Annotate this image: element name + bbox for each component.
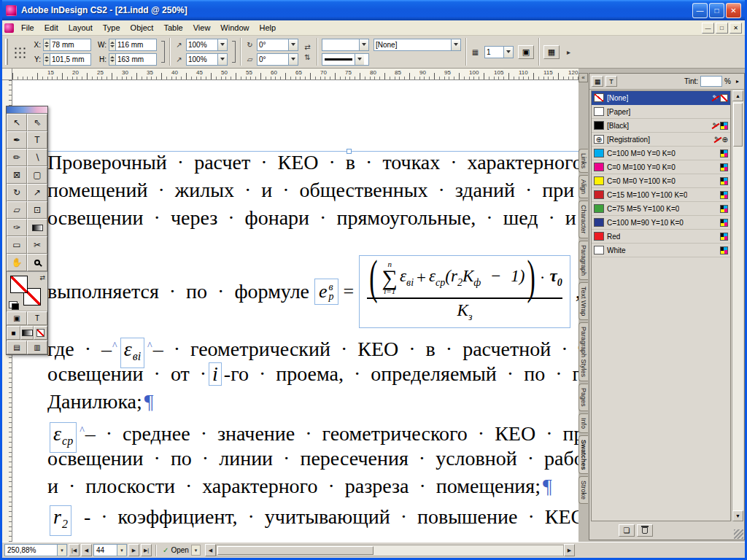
ruler-origin-box[interactable] <box>2 69 12 80</box>
swatch-row[interactable]: [None]✎ <box>592 91 730 105</box>
preflight-status[interactable]: ✓ Open ▼ <box>160 545 204 556</box>
swatch-row[interactable]: [Paper] <box>592 105 730 119</box>
page-number-combo[interactable]: 44 ▼ <box>93 544 127 556</box>
menu-item-object[interactable]: Object <box>125 21 159 34</box>
preview-view-button[interactable]: ▥ <box>27 341 47 354</box>
palette-flyout-icon[interactable]: ▸ <box>564 48 573 56</box>
zoom-tool[interactable] <box>27 254 47 271</box>
width-field[interactable]: 116 mm <box>109 39 157 51</box>
apply-gradient-button[interactable] <box>20 326 34 340</box>
apply-style-button[interactable]: ▣ <box>518 45 534 59</box>
x-field[interactable]: 78 mm <box>43 39 91 51</box>
preflight-dropdown-icon[interactable]: ▼ <box>191 545 201 556</box>
swatch-row[interactable]: C=100 M=0 Y=0 K=0 <box>592 147 730 160</box>
y-spinner[interactable] <box>44 54 50 65</box>
scroll-down-button[interactable]: ▼ <box>732 510 743 521</box>
menu-item-table[interactable]: Table <box>158 21 187 34</box>
shear-dropdown-icon[interactable] <box>288 54 298 65</box>
panel-tab-links[interactable]: Links <box>578 149 588 173</box>
swatch-row[interactable]: [Black]✎ <box>592 119 730 133</box>
palette-grip[interactable] <box>5 39 8 65</box>
object-style-combo[interactable]: [None] <box>374 39 461 51</box>
apply-none-button[interactable] <box>34 326 47 340</box>
mdi-minimize-button[interactable]: — <box>702 23 714 34</box>
gradient-tool[interactable] <box>27 219 47 236</box>
horizontal-ruler[interactable]: 1520253035404550556065707580859095100105… <box>12 69 578 80</box>
stroke-style-dropdown-icon[interactable] <box>355 54 364 65</box>
reference-point-proxy[interactable] <box>12 45 26 58</box>
scale-y-combo[interactable]: 100% <box>186 53 228 66</box>
scroll-up-button[interactable]: ▲ <box>732 90 743 101</box>
x-spinner[interactable] <box>44 39 50 50</box>
panel-resize-grip[interactable] <box>734 529 743 539</box>
swatches-scrollbar[interactable]: ▲ ▼ <box>732 90 743 521</box>
previous-page-button[interactable]: ◀ <box>81 544 92 556</box>
normal-view-button[interactable]: ▤ <box>7 341 27 354</box>
anchored-frame-formula[interactable]: ( n ∑ i=1 εвi + εср (r2Kф − 1) ) · τ0 <box>359 255 570 328</box>
panel-tab-stroke[interactable]: Stroke <box>578 476 588 504</box>
direct-selection-tool[interactable]: ⇖ <box>27 114 47 131</box>
page-content[interactable]: выполняется · по · формуле e в р = ( n ∑ <box>12 80 578 542</box>
panel-tab-info[interactable]: Info <box>578 413 588 433</box>
scroll-right-button[interactable]: ▶ <box>564 544 575 556</box>
page-dropdown-icon[interactable]: ▼ <box>117 545 126 556</box>
scale-x-combo[interactable]: 100% <box>186 39 228 51</box>
menu-item-window[interactable]: Window <box>215 21 254 34</box>
swatch-row[interactable]: C=75 M=5 Y=100 K=0 <box>592 202 730 216</box>
fill-color-indicator[interactable] <box>10 276 28 293</box>
constrain-dimensions-icon[interactable] <box>161 41 165 63</box>
scale-tool[interactable]: ↗ <box>27 184 47 201</box>
swatch-row[interactable]: White <box>592 244 730 257</box>
zoom-level-combo[interactable]: 250,88% ▼ <box>4 544 67 556</box>
rectangle-tool[interactable]: ▢ <box>27 166 47 184</box>
pencil-tool[interactable]: ✏ <box>7 149 27 166</box>
panel-tab-character[interactable]: Character <box>578 201 588 238</box>
scroll-thumb[interactable] <box>733 103 743 147</box>
stroke-weight-combo[interactable] <box>322 39 369 51</box>
rectangle-frame-tool[interactable]: ⊠ <box>7 166 27 184</box>
h-spinner[interactable] <box>109 54 116 65</box>
menu-item-help[interactable]: Help <box>254 21 281 34</box>
formatting-affects-text-button[interactable]: T <box>27 311 47 325</box>
first-spread-button[interactable]: |◀ <box>69 544 80 556</box>
panel-tab-swatches[interactable]: Swatches <box>578 435 588 475</box>
rotation-dropdown-icon[interactable] <box>288 39 298 50</box>
panel-flyout-icon[interactable]: ▸ <box>733 78 742 85</box>
panel-tab-text-wrap[interactable]: Text Wrap <box>578 282 588 320</box>
anchored-symbol-frame[interactable]: r2 <box>50 505 71 536</box>
button-tool[interactable]: ▭ <box>7 236 27 254</box>
go-to-bridge-button[interactable]: ▦ <box>543 45 560 59</box>
swatch-row[interactable]: Red <box>592 230 730 244</box>
dock-collapse-button[interactable]: « <box>578 73 588 82</box>
next-page-button[interactable]: ▶ <box>128 544 139 556</box>
anchored-frame-lhs[interactable]: e в р <box>314 279 338 305</box>
scissors-tool[interactable]: ✂ <box>27 236 47 254</box>
pages-dropdown-icon[interactable] <box>503 47 513 58</box>
line-tool[interactable]: ∖ <box>27 149 47 166</box>
scale-x-dropdown-icon[interactable] <box>217 39 227 50</box>
menu-item-type[interactable]: Type <box>98 21 125 34</box>
panel-tab-align[interactable]: Align <box>578 175 588 198</box>
swatch-row[interactable]: ⊕[Registration]✎⊕ <box>592 133 730 147</box>
type-tool[interactable]: T <box>27 131 47 149</box>
menu-item-edit[interactable]: Edit <box>39 21 63 34</box>
rotate-tool[interactable]: ↻ <box>7 184 27 201</box>
new-swatch-button[interactable]: ❏ <box>619 524 635 537</box>
scroll-left-button[interactable]: ◀ <box>205 544 216 556</box>
panel-tab-paragraph[interactable]: Paragraph <box>578 241 588 280</box>
close-button[interactable]: ✕ <box>726 3 741 18</box>
tint-field[interactable] <box>700 76 722 87</box>
swatch-row[interactable]: C=0 M=100 Y=0 K=0 <box>592 160 730 174</box>
default-fill-stroke-icon[interactable] <box>9 301 18 308</box>
rotation-combo[interactable]: 0° <box>257 39 298 51</box>
minimize-button[interactable]: — <box>692 3 708 18</box>
restore-button[interactable]: □ <box>709 3 724 18</box>
scale-y-dropdown-icon[interactable] <box>217 54 227 65</box>
show-swatches-button[interactable]: ▦ <box>592 76 603 87</box>
flip-horizontal-icon[interactable]: ⇄ <box>303 43 312 51</box>
hand-tool[interactable]: ✋ <box>7 254 27 271</box>
y-field[interactable]: 101,5 mm <box>43 53 91 66</box>
horizontal-scroll-track[interactable] <box>216 545 564 556</box>
flip-vertical-icon[interactable]: ⇅ <box>303 53 312 61</box>
swatch-row[interactable]: C=15 M=100 Y=100 K=0 <box>592 188 730 202</box>
